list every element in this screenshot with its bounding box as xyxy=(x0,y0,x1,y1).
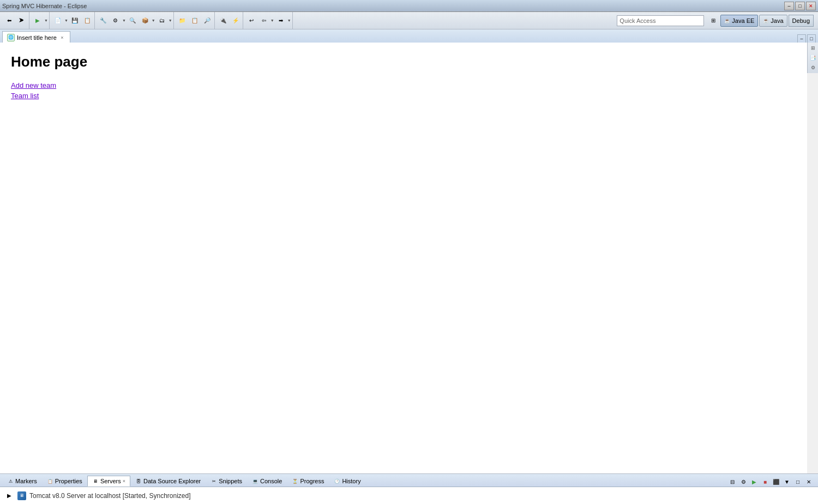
servers-label: Servers xyxy=(100,478,121,484)
java-ee-label: Java EE xyxy=(732,17,754,24)
maximize-bottom-button[interactable]: □ xyxy=(793,477,803,487)
toolbar-btn-4c[interactable]: 🔍 xyxy=(127,15,139,27)
minimize-bottom-button[interactable]: ⊟ xyxy=(727,477,737,487)
markers-label: Markers xyxy=(15,478,37,484)
server-status-text: Tomcat v8.0 Server at localhost [Started… xyxy=(29,492,191,500)
content-area: Home page Add new team Team list xyxy=(0,43,807,473)
server-icon: 🖥 xyxy=(17,491,26,500)
stop-server-button[interactable]: ■ xyxy=(760,477,770,487)
toolbar-bottom-btn-6[interactable]: ▼ xyxy=(782,477,792,487)
toolbar-group-3: 📄 ▼ 💾 📋 xyxy=(51,12,95,29)
browser-tab-title: Insert title here xyxy=(17,34,57,41)
title-bar: Spring MVC Hibernate - Eclipse – □ ✕ xyxy=(0,0,818,12)
toolbar-group-2: ▶ ▼ xyxy=(31,12,50,29)
tab-history[interactable]: 🕐 History xyxy=(329,476,365,487)
browser-tab[interactable]: 🌐 Insert title here × xyxy=(2,31,70,43)
perspective-buttons: ⊞ ☕ Java EE ☕ Java Debug xyxy=(705,15,816,27)
tab-servers[interactable]: 🖥 Servers × xyxy=(87,476,130,487)
toolbar-group-6: 🔌 ⚡ xyxy=(216,12,243,29)
team-list-link[interactable]: Team list xyxy=(11,92,796,100)
close-bottom-button[interactable]: ✕ xyxy=(804,477,814,487)
right-sidebar-icon-3[interactable]: ⚙ xyxy=(809,63,817,72)
right-sidebar: ⊞ 📑 ⚙ xyxy=(807,43,818,73)
java-ee-perspective-button[interactable]: ☕ Java EE xyxy=(720,15,758,27)
toolbar-bottom-btn-2[interactable]: ⚙ xyxy=(738,477,748,487)
toolbar-btn-5a[interactable]: 📁 xyxy=(176,15,188,27)
save-all-button[interactable]: 📋 xyxy=(81,15,93,27)
open-perspective-button[interactable]: ⊞ xyxy=(707,15,719,27)
markers-icon: ⚠ xyxy=(7,478,14,484)
arrow-4e: ▼ xyxy=(169,19,172,22)
tab-console[interactable]: 💻 Console xyxy=(247,476,287,487)
forward-button[interactable]: ⮞ xyxy=(16,15,28,27)
toolbar-btn-5c[interactable]: 🔎 xyxy=(201,15,213,27)
progress-label: Progress xyxy=(300,478,324,484)
toolbar-btn-7b[interactable]: ⇦ xyxy=(258,15,270,27)
tab-progress[interactable]: ⏳ Progress xyxy=(287,476,329,487)
tab-properties[interactable]: 📋 Properties xyxy=(42,476,87,487)
back-button[interactable]: ⬅ xyxy=(3,15,15,27)
close-button[interactable]: ✕ xyxy=(806,2,816,10)
arrow-7b: ▼ xyxy=(270,19,274,22)
bottom-tab-bar: ⚠ Markers 📋 Properties 🖥 Servers × 🗄 Dat… xyxy=(0,474,818,487)
arrow-4d: ▼ xyxy=(152,19,155,22)
toolbar-btn-4b[interactable]: ⚙ xyxy=(110,15,122,27)
run-button[interactable]: ▶ xyxy=(32,15,44,27)
toolbar-group-5: 📁 📋 🔎 xyxy=(175,12,215,29)
java-perspective-button[interactable]: ☕ Java xyxy=(759,15,787,27)
right-sidebar-icon-1[interactable]: ⊞ xyxy=(809,44,817,52)
java-icon: ☕ xyxy=(763,18,769,23)
console-icon: 💻 xyxy=(252,478,258,484)
page-links: Add new team Team list xyxy=(11,81,796,100)
tab-snippets[interactable]: ✂ Snippets xyxy=(206,476,247,487)
data-source-icon: 🗄 xyxy=(135,478,142,484)
snippets-label: Snippets xyxy=(219,478,242,484)
new-button[interactable]: 📄 xyxy=(52,15,64,27)
tab-data-source-explorer[interactable]: 🗄 Data Source Explorer xyxy=(130,476,206,487)
tab-maximize-button[interactable]: □ xyxy=(807,34,816,43)
toolbar-btn-5b[interactable]: 📋 xyxy=(189,15,201,27)
toolbar-btn-4d[interactable]: 📦 xyxy=(139,15,151,27)
properties-label: Properties xyxy=(55,478,82,484)
servers-tab-close[interactable]: × xyxy=(123,478,125,484)
toolbar-btn-4e[interactable]: 🗂 xyxy=(156,15,168,27)
java-label: Java xyxy=(771,17,783,24)
browser-tab-bar: 🌐 Insert title here × – □ xyxy=(0,29,818,44)
expand-server-button[interactable]: ▶ xyxy=(4,491,14,501)
history-icon: 🕐 xyxy=(334,478,340,484)
toolbar-btn-4a[interactable]: 🔧 xyxy=(97,15,109,27)
toolbar-group-1: ⬅ ⮞ xyxy=(2,12,29,29)
minimize-button[interactable]: – xyxy=(784,2,794,10)
run-arrow: ▼ xyxy=(44,19,48,22)
toolbar-btn-6b[interactable]: ⚡ xyxy=(230,15,242,27)
bottom-panel: ⚠ Markers 📋 Properties 🖥 Servers × 🗄 Dat… xyxy=(0,473,818,504)
data-source-label: Data Source Explorer xyxy=(143,478,201,484)
history-label: History xyxy=(342,478,360,484)
add-new-team-link[interactable]: Add new team xyxy=(11,81,796,89)
maximize-button[interactable]: □ xyxy=(795,2,805,10)
eclipse-toolbar: ⬅ ⮞ ▶ ▼ 📄 ▼ 💾 📋 🔧 ⚙ ▼ 🔍 📦 ▼ 🗂 ▼ 📁 📋 🔎 xyxy=(0,12,818,29)
toolbar-btn-7c[interactable]: ➡ xyxy=(275,15,287,27)
toolbar-group-7: ↩ ⇦ ▼ ➡ ▼ xyxy=(244,12,293,29)
title-bar-text: Spring MVC Hibernate - Eclipse xyxy=(2,3,784,9)
java-ee-icon: ☕ xyxy=(724,18,730,23)
tab-markers[interactable]: ⚠ Markers xyxy=(2,476,42,487)
properties-icon: 📋 xyxy=(47,478,53,484)
arrow-7c: ▼ xyxy=(287,19,291,22)
new-arrow: ▼ xyxy=(64,19,68,22)
bottom-panel-content: ▶ 🖥 Tomcat v8.0 Server at localhost [Sta… xyxy=(0,487,818,504)
title-bar-buttons: – □ ✕ xyxy=(784,2,816,10)
toolbar-group-4: 🔧 ⚙ ▼ 🔍 📦 ▼ 🗂 ▼ xyxy=(96,12,174,29)
start-server-button[interactable]: ▶ xyxy=(749,477,759,487)
browser-tab-close[interactable]: × xyxy=(59,34,65,41)
browser-content: Home page Add new team Team list xyxy=(0,43,807,473)
debug-perspective-button[interactable]: Debug xyxy=(789,15,814,27)
save-button[interactable]: 💾 xyxy=(69,15,81,27)
toolbar-bottom-btn-5[interactable]: ⬛ xyxy=(771,477,781,487)
tab-minimize-button[interactable]: – xyxy=(797,34,806,43)
right-sidebar-icon-2[interactable]: 📑 xyxy=(809,53,817,62)
toolbar-btn-7a[interactable]: ↩ xyxy=(245,15,257,27)
browser-tab-icon: 🌐 xyxy=(7,34,15,41)
quick-access-box[interactable]: Quick Access xyxy=(617,15,704,26)
toolbar-btn-6a[interactable]: 🔌 xyxy=(217,15,229,27)
